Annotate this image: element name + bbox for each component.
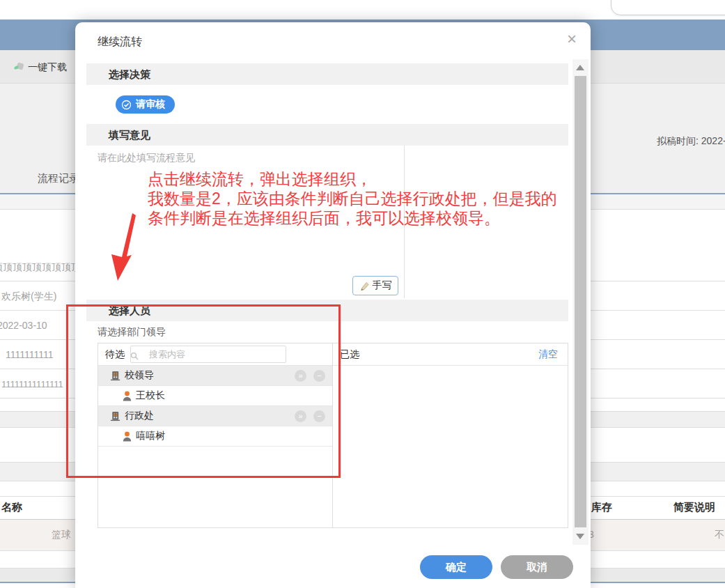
modal-scrollbar[interactable] bbox=[572, 59, 588, 545]
screen: 一键下载 流程记录 拟稿时间: 2022- 顶顶顶顶顶顶顶顶顶顶顶 欢乐树(学生… bbox=[0, 0, 725, 588]
decision-badge-label: 请审核 bbox=[136, 98, 165, 111]
form-value-number1: 1111111111 bbox=[6, 349, 54, 360]
check-circle-icon bbox=[121, 100, 132, 110]
opinion-textarea[interactable]: 请在此处填写流程意见 bbox=[98, 152, 195, 164]
annotation-line-2: 我数量是2，应该由条件判断自己选择行政处把，但是我的 bbox=[148, 189, 557, 208]
form-value-number2: 11111111111111 bbox=[1, 379, 63, 389]
form-value-author: 欢乐树(学生) bbox=[1, 291, 56, 303]
draft-time-label: 拟稿时间: 2022- bbox=[657, 135, 725, 148]
form-value-date: 2022-03-10 bbox=[0, 320, 47, 331]
selected-panel: 已选 清空 bbox=[333, 343, 568, 528]
scroll-down-icon[interactable] bbox=[576, 534, 584, 539]
annotation-line-1: 点击继续流转，弹出选择组织， bbox=[148, 169, 557, 189]
table-header-desc: 简要说明 bbox=[673, 501, 715, 514]
table-cell-name: 篮球 bbox=[52, 529, 71, 541]
annotation-line-3: 条件判断是在选择组织后面，我可以选择校领导。 bbox=[148, 208, 557, 228]
clear-button[interactable]: 清空 bbox=[538, 348, 561, 361]
confirm-button[interactable]: 确定 bbox=[420, 555, 492, 579]
browser-popup-corner bbox=[611, 0, 725, 15]
annotation-rectangle bbox=[66, 304, 341, 478]
annotation-text: 点击继续流转，弹出选择组织， 我数量是2，应该由条件判断自己选择行政处把，但是我… bbox=[148, 169, 557, 228]
dialog-title: 继续流转 bbox=[98, 35, 142, 49]
section-header-opinion: 填写意见 bbox=[86, 124, 568, 146]
table-cell-desc: 不 bbox=[715, 529, 724, 541]
scroll-up-icon[interactable] bbox=[576, 65, 584, 70]
pen-icon bbox=[359, 281, 370, 291]
close-icon: × bbox=[567, 29, 577, 48]
tab-process-record[interactable]: 流程记录 bbox=[38, 172, 79, 185]
section-header-decision: 选择决策 bbox=[86, 63, 568, 85]
download-icon bbox=[13, 61, 24, 75]
annotation-arrow-icon bbox=[103, 210, 145, 286]
download-all-button[interactable]: 一键下载 bbox=[13, 60, 67, 75]
table-header-stock: 库存 bbox=[591, 501, 612, 514]
decision-badge[interactable]: 请审核 bbox=[116, 95, 175, 114]
scroll-thumb[interactable] bbox=[575, 76, 586, 527]
download-label: 一键下载 bbox=[28, 61, 67, 74]
table-header-name: 名称 bbox=[1, 501, 22, 514]
handwrite-label: 手写 bbox=[373, 279, 392, 292]
close-button[interactable]: × bbox=[561, 29, 582, 50]
cancel-button[interactable]: 取消 bbox=[501, 555, 573, 579]
handwrite-button[interactable]: 手写 bbox=[352, 276, 398, 295]
selected-label: 已选 bbox=[340, 348, 359, 361]
